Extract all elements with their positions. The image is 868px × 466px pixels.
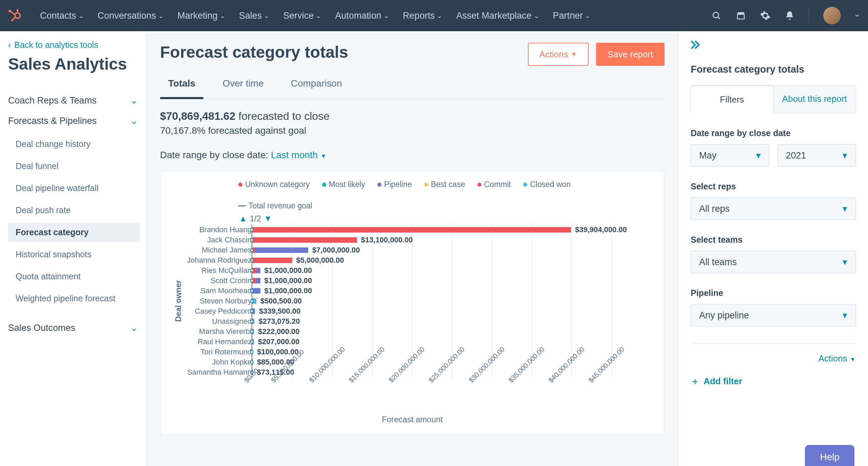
bell-icon[interactable] bbox=[784, 10, 796, 22]
right-tabs: FiltersAbout this report bbox=[691, 85, 856, 113]
bar-value-label: $273,075.20 bbox=[258, 317, 300, 326]
year-select[interactable]: 2021▾ bbox=[777, 144, 856, 167]
bar-segment[interactable] bbox=[252, 258, 292, 263]
gear-icon[interactable] bbox=[759, 10, 771, 22]
sidebar-item[interactable]: Forecast category bbox=[8, 223, 140, 242]
bar-segment[interactable] bbox=[252, 237, 357, 243]
summary-amount: $70,869,481.62 bbox=[160, 110, 235, 122]
account-chevron-icon[interactable] bbox=[853, 10, 861, 22]
legend-item[interactable]: Unknown category bbox=[238, 180, 310, 189]
color-swatch bbox=[424, 183, 428, 187]
right-tab[interactable]: About this report bbox=[773, 85, 856, 113]
goal-marker bbox=[250, 350, 254, 354]
search-icon[interactable] bbox=[710, 10, 723, 22]
content-tabs: TotalsOver timeComparison bbox=[160, 78, 665, 99]
nav-item[interactable]: Automation⌄ bbox=[335, 11, 389, 21]
hubspot-logo[interactable] bbox=[7, 8, 22, 23]
y-tick-label: Samantha Hamann bbox=[186, 367, 252, 377]
date-label: Date range by close date: bbox=[160, 150, 271, 160]
teams-select[interactable]: All teams▾ bbox=[691, 251, 856, 273]
pager-down-icon[interactable]: ▼ bbox=[264, 214, 272, 223]
sidebar-section[interactable]: Sales Outcomes⌄ bbox=[8, 318, 140, 338]
bar-row: $207,000.00 bbox=[252, 337, 654, 347]
nav-item[interactable]: Marketing⌄ bbox=[177, 11, 225, 21]
nav-item[interactable]: Conversations⌄ bbox=[98, 11, 164, 21]
sidebar-item[interactable]: Weighted pipeline forecast bbox=[8, 289, 140, 308]
y-tick-label: Ries McQuillan bbox=[186, 265, 252, 276]
bar-segment[interactable] bbox=[252, 227, 571, 232]
y-tick-label: Scott Cronin bbox=[186, 276, 252, 286]
tab[interactable]: Over time bbox=[222, 78, 263, 98]
nav-item[interactable]: Contacts⌄ bbox=[40, 11, 84, 21]
legend-item[interactable]: Best case bbox=[424, 180, 465, 189]
sidebar-section[interactable]: Forecasts & Pipelines⌄ bbox=[8, 111, 140, 131]
sidebar-item[interactable]: Deal change history bbox=[8, 134, 140, 154]
nav-item[interactable]: Partner⌄ bbox=[553, 11, 591, 21]
goal-marker bbox=[250, 360, 254, 364]
chart-legend: Unknown categoryMost likelyPipelineBest … bbox=[238, 180, 654, 210]
svg-point-2 bbox=[17, 9, 19, 11]
legend-item[interactable]: Pipeline bbox=[377, 180, 412, 189]
page-title: Forecast category totals bbox=[160, 43, 348, 61]
bar-row: $7,000,000.00 bbox=[252, 245, 654, 255]
bar-row: $1,000,000.00 bbox=[252, 276, 654, 286]
save-report-button[interactable]: Save report bbox=[596, 43, 665, 66]
collapse-icon[interactable] bbox=[689, 40, 701, 51]
bar-segment[interactable] bbox=[255, 247, 308, 253]
bar-row: $500,500.00 bbox=[252, 296, 654, 306]
actions-button[interactable]: Actions ▼ bbox=[528, 43, 589, 66]
legend-item[interactable]: Commit bbox=[477, 180, 511, 189]
date-range-link[interactable]: Last month ▼ bbox=[271, 150, 327, 160]
bar-segment[interactable] bbox=[256, 278, 260, 283]
bar-row: $1,000,000.00 bbox=[252, 265, 654, 276]
bar-value-label: $1,000,000.00 bbox=[264, 276, 312, 285]
right-tab[interactable]: Filters bbox=[691, 85, 773, 113]
svg-line-3 bbox=[13, 17, 15, 20]
back-label: Back to analytics tools bbox=[14, 40, 98, 50]
pager-up-icon[interactable]: ▲ bbox=[239, 214, 247, 223]
chevron-down-icon: ⌄ bbox=[264, 12, 270, 20]
marketplace-icon[interactable] bbox=[735, 10, 747, 22]
help-button[interactable]: Help bbox=[805, 445, 854, 466]
bar-row: $39,904,000.00 bbox=[252, 225, 654, 235]
sidebar-item[interactable]: Quota attainment bbox=[8, 267, 140, 286]
sidebar-section[interactable]: Coach Reps & Teams⌄ bbox=[8, 90, 140, 111]
color-swatch bbox=[238, 183, 242, 187]
caret-down-icon: ▼ bbox=[850, 356, 856, 363]
bar-row: $222,000.00 bbox=[252, 327, 654, 337]
add-filter-link[interactable]: ＋ Add filter bbox=[691, 375, 856, 387]
bar-value-label: $339,500.00 bbox=[259, 307, 300, 316]
svg-point-0 bbox=[15, 13, 20, 18]
month-select[interactable]: May▾ bbox=[691, 144, 769, 167]
legend-item[interactable]: Closed won bbox=[523, 180, 571, 189]
sidebar-item[interactable]: Historical snapshots bbox=[8, 245, 140, 264]
nav-item[interactable]: Sales⌄ bbox=[239, 11, 270, 21]
x-axis-label: Forecast amount bbox=[171, 415, 654, 424]
bar-segment[interactable] bbox=[257, 268, 260, 273]
date-range-label: Date range by close date bbox=[691, 128, 856, 138]
pipeline-select[interactable]: Any pipeline▾ bbox=[691, 304, 856, 327]
legend-item[interactable]: Total revenue goal bbox=[238, 201, 312, 210]
goal-marker bbox=[250, 269, 254, 272]
svg-line-8 bbox=[718, 17, 720, 19]
chevron-down-icon: ⌄ bbox=[158, 12, 164, 20]
tab[interactable]: Totals bbox=[168, 78, 195, 98]
pager-text: 1/2 bbox=[250, 214, 261, 223]
nav-item[interactable]: Service⌄ bbox=[283, 11, 321, 21]
svg-line-5 bbox=[11, 12, 15, 15]
sidebar-item[interactable]: Deal pipeline waterfall bbox=[8, 179, 140, 198]
reps-select[interactable]: All reps▾ bbox=[691, 198, 856, 220]
sidebar-item[interactable]: Deal funnel bbox=[8, 156, 140, 176]
sidebar-item[interactable]: Deal push rate bbox=[8, 201, 140, 220]
legend-item[interactable]: Most likely bbox=[322, 180, 365, 189]
y-tick-label: Jack Chascin bbox=[186, 235, 252, 245]
chevron-down-icon: ⌄ bbox=[534, 12, 539, 20]
back-link[interactable]: ‹ Back to analytics tools bbox=[8, 40, 140, 50]
nav-item[interactable]: Asset Marketplace⌄ bbox=[456, 11, 539, 21]
bar-value-label: $5,000,000.00 bbox=[296, 256, 344, 265]
tab[interactable]: Comparison bbox=[291, 78, 342, 98]
nav-item[interactable]: Reports⌄ bbox=[403, 11, 443, 21]
filters-actions-link[interactable]: Actions ▼ bbox=[691, 353, 856, 364]
y-tick-label: Tori Rotermund bbox=[186, 347, 252, 357]
avatar[interactable] bbox=[823, 7, 841, 24]
